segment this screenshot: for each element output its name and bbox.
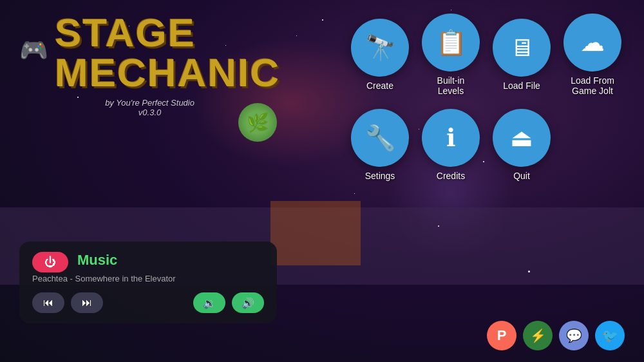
prev-button[interactable]: ⏮	[32, 292, 64, 313]
vol-up-button[interactable]: 🔊	[232, 292, 264, 313]
power-icon: ⏻	[44, 256, 56, 269]
title-line1: STAGE	[55, 13, 280, 53]
star	[451, 10, 451, 10]
credits-label: Credits	[437, 171, 465, 181]
subtitle: by You're Perfect Studio	[19, 98, 280, 108]
star	[438, 225, 439, 227]
quit-label: Quit	[513, 171, 530, 181]
create-icon-circle[interactable]: 🔭	[351, 19, 409, 77]
builtin-icon-circle[interactable]: 📋	[422, 14, 480, 71]
patreon-icon: P	[497, 327, 507, 344]
bg-orange-box	[270, 201, 361, 265]
credits-icon-circle[interactable]: ℹ	[422, 109, 480, 167]
builtin-label: Built-in Levels	[437, 75, 465, 96]
cloud-download-icon: ☁	[580, 28, 605, 57]
info-icon: ℹ	[446, 124, 455, 152]
builtin-levels-button[interactable]: 📋 Built-in Levels	[419, 13, 483, 97]
gamejolt-icon: ⚡	[530, 328, 546, 343]
logo-area: 🎮 STAGE MECHANIC by You're Perfect Studi…	[19, 13, 280, 117]
create-icon: 🔭	[365, 33, 395, 62]
music-title: Music	[77, 252, 264, 269]
volume-up-icon: 🔊	[242, 297, 254, 309]
settings-label: Setings	[365, 171, 395, 181]
logo-title: STAGE MECHANIC	[55, 13, 280, 93]
load-gamejolt-button[interactable]: ☁ Load From Game Jolt	[560, 13, 625, 97]
load-file-button[interactable]: 🖥 Load File	[489, 13, 554, 97]
music-controls: ⏮ ⏭ 🔉 🔊	[32, 292, 264, 313]
music-track: Peachtea - Somewhere in the Elevator	[32, 274, 264, 283]
music-power-button[interactable]: ⏻	[32, 252, 68, 272]
main-menu: 🔭 Create 📋 Built-in Levels 🖥 Load File ☁…	[348, 13, 625, 187]
game-mascot-icon: 🎮	[19, 37, 52, 69]
discord-icon: 💬	[566, 328, 582, 343]
patreon-button[interactable]: P	[487, 321, 516, 350]
play-button[interactable]: ⏭	[71, 292, 103, 313]
quit-button[interactable]: ⏏ Quit	[489, 103, 554, 187]
music-player: ⏻ Music Peachtea - Somewhere in the Elev…	[19, 242, 277, 323]
star	[354, 193, 355, 194]
social-links: P ⚡ 💬 🐦	[487, 321, 625, 350]
create-label: Create	[366, 81, 393, 91]
quit-icon-circle[interactable]: ⏏	[493, 109, 551, 167]
load-gamejolt-label: Load From Game Jolt	[571, 75, 614, 96]
load-file-label: Load File	[503, 81, 540, 91]
settings-icon-circle[interactable]: 🔧	[351, 109, 409, 167]
discord-button[interactable]: 💬	[559, 321, 589, 350]
star	[322, 19, 323, 21]
load-file-icon: 🖥	[509, 34, 534, 62]
vol-down-button[interactable]: 🔉	[193, 292, 225, 313]
title-line2: MECHANIC	[55, 53, 280, 93]
twitter-icon: 🐦	[602, 328, 618, 343]
volume-down-icon: 🔉	[203, 297, 216, 309]
settings-icon: 🔧	[365, 124, 395, 152]
load-file-icon-circle[interactable]: 🖥	[493, 19, 551, 77]
star	[296, 35, 297, 36]
play-next-icon: ⏭	[82, 297, 92, 309]
builtin-icon: 📋	[436, 28, 466, 57]
prev-icon: ⏮	[43, 297, 53, 309]
load-gamejolt-icon-circle[interactable]: ☁	[564, 14, 621, 71]
twitter-button[interactable]: 🐦	[595, 321, 625, 350]
quit-icon: ⏏	[510, 124, 533, 152]
mascot-sprite: 🌿	[238, 103, 277, 142]
star	[528, 271, 530, 272]
gamejolt-button[interactable]: ⚡	[523, 321, 553, 350]
settings-button[interactable]: 🔧 Setings	[348, 103, 412, 187]
credits-button[interactable]: ℹ Credits	[419, 103, 483, 187]
create-button[interactable]: 🔭 Create	[348, 13, 412, 97]
